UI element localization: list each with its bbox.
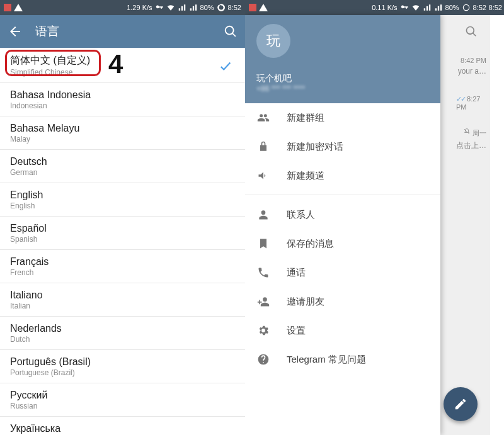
- drawer-item-label: 通话: [287, 267, 306, 279]
- language-sub: French: [10, 268, 235, 277]
- battery-icon: [217, 3, 226, 12]
- muted-icon: [463, 129, 471, 137]
- language-row[interactable]: Bahasa IndonesiaIndonesian: [0, 83, 245, 116]
- status-bar: 1.29 K/s 80% 8:52: [0, 0, 245, 15]
- language-row[interactable]: DeutschGerman: [0, 150, 245, 183]
- language-name: Deutsch: [10, 156, 235, 167]
- language-sub: English: [10, 201, 235, 210]
- drawer-item[interactable]: 联系人: [245, 200, 440, 229]
- battery-pct: 80%: [200, 4, 214, 11]
- language-row[interactable]: РусскийRussian: [0, 383, 245, 417]
- drawer-item[interactable]: 保存的消息: [245, 229, 440, 258]
- language-sub: Dutch: [10, 335, 235, 344]
- language-row[interactable]: EspañolSpanish: [0, 217, 245, 250]
- settings-icon: [256, 324, 270, 337]
- drawer-username: 玩个机吧: [256, 73, 429, 84]
- check-icon: [219, 59, 232, 76]
- language-name: Bahasa Melayu: [10, 123, 235, 134]
- status-bar: 0.11 K/s 80% 8:52: [245, 0, 490, 15]
- chat-time: 8:42 PM: [461, 57, 486, 64]
- drawer-item-label: 设置: [287, 325, 306, 337]
- drawer-item[interactable]: 设置: [245, 316, 440, 345]
- chat-time: 周一: [472, 129, 486, 137]
- lock-icon: [256, 140, 270, 154]
- chat-peek-item[interactable]: ✓✓ 8:27 PM: [452, 84, 490, 121]
- callout-box: [5, 50, 101, 76]
- group-icon: [256, 111, 270, 125]
- drawer-item[interactable]: Telegram 常见问题: [245, 345, 440, 374]
- language-sub: Portuguese (Brazil): [10, 368, 235, 377]
- compose-fab[interactable]: [444, 387, 478, 421]
- language-row[interactable]: EnglishEnglish: [0, 183, 245, 217]
- wifi-icon: [411, 3, 420, 12]
- language-list[interactable]: 简体中文 (自定义)Simplified ChineseBahasa Indon…: [0, 48, 245, 435]
- drawer-header[interactable]: 玩 玩个机吧 +86 *** *** ****: [245, 15, 440, 103]
- signal-icon: [178, 3, 186, 12]
- app-indicator-icon: [4, 4, 11, 11]
- drawer-item-label: 保存的消息: [287, 238, 334, 250]
- language-name: Português (Brasil): [10, 356, 235, 368]
- language-sub: Italian: [10, 302, 235, 310]
- page-title: 语言: [35, 23, 224, 40]
- drawer-item[interactable]: 邀请朋友: [245, 287, 440, 316]
- callout-number: 4: [108, 49, 123, 79]
- language-sub: Malay: [10, 135, 235, 144]
- clock: 8:52: [228, 4, 241, 11]
- battery-icon: [462, 3, 471, 12]
- language-sub: German: [10, 168, 235, 177]
- help-icon: [256, 353, 270, 366]
- language-sub: Russian: [10, 402, 235, 410]
- drawer-item[interactable]: 新建频道: [245, 161, 440, 190]
- language-row[interactable]: Bahasa MelayuMalay: [0, 116, 245, 150]
- chat-list-peek: 8:42 PMyour a…✓✓ 8:27 PM 周一点击上…: [452, 15, 490, 435]
- language-row[interactable]: ItalianoItalian: [0, 283, 245, 317]
- language-sub: Spanish: [10, 235, 235, 244]
- language-name: Bahasa Indonesia: [10, 89, 235, 101]
- language-row[interactable]: Português (Brasil)Portuguese (Brazil): [0, 350, 245, 383]
- language-name: Italiano: [10, 290, 235, 301]
- drawer-item-label: 新建加密对话: [287, 141, 343, 153]
- key-icon: [155, 3, 164, 12]
- search-button[interactable]: [452, 15, 490, 48]
- language-name: English: [10, 189, 235, 201]
- contacts-icon: [256, 208, 270, 222]
- drawer-item[interactable]: 新建加密对话: [245, 132, 440, 161]
- language-name: Nederlands: [10, 323, 235, 334]
- signal-icon-2: [189, 3, 198, 12]
- read-ticks-icon: ✓✓: [456, 95, 465, 103]
- adduser-icon: [256, 295, 270, 308]
- app-indicator-icon: [249, 4, 256, 11]
- partial-phone: 8:52: [490, 0, 504, 435]
- app-bar: 语言: [0, 15, 245, 48]
- pencil-icon: [454, 397, 467, 411]
- wifi-icon: [166, 3, 175, 12]
- chat-peek-item[interactable]: 8:42 PMyour a…: [452, 48, 490, 84]
- net-speed: 1.29 K/s: [127, 4, 152, 11]
- channel-icon: [256, 169, 270, 183]
- drawer-item[interactable]: 新建群组: [245, 103, 440, 132]
- drawer-item[interactable]: 通话: [245, 258, 440, 287]
- net-speed: 0.11 K/s: [372, 4, 397, 11]
- drawer-item-label: 联系人: [287, 209, 315, 221]
- avatar[interactable]: 玩: [256, 24, 290, 58]
- language-row[interactable]: NederlandsDutch: [0, 317, 245, 350]
- warning-icon: [259, 4, 268, 11]
- language-name: Русский: [10, 390, 235, 401]
- drawer-phone: +86 *** *** ****: [256, 84, 429, 93]
- search-button[interactable]: [224, 25, 238, 38]
- call-icon: [256, 266, 270, 280]
- language-row[interactable]: FrançaisFrench: [0, 250, 245, 283]
- signal-icon-2: [434, 3, 443, 12]
- nav-drawer: 玩 玩个机吧 +86 *** *** **** 新建群组新建加密对话新建频道联系…: [245, 15, 440, 435]
- language-row[interactable]: УкраїнськаUkrainian: [0, 417, 245, 435]
- battery-pct: 80%: [445, 4, 459, 11]
- drawer-item-label: 新建群组: [287, 112, 324, 124]
- back-button[interactable]: [8, 24, 23, 39]
- bookmark-icon: [256, 237, 270, 251]
- language-sub: Indonesian: [10, 101, 235, 110]
- svg-point-1: [463, 4, 469, 10]
- key-icon: [400, 3, 409, 12]
- chat-preview: 点击上…: [456, 140, 486, 151]
- language-name: Français: [10, 256, 235, 268]
- chat-peek-item[interactable]: 周一点击上…: [452, 121, 490, 157]
